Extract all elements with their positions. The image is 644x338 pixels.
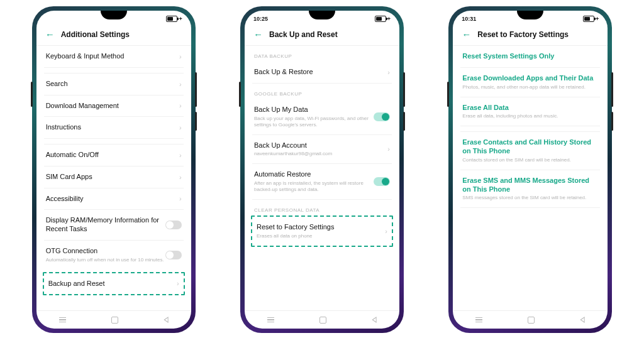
nav-back-icon[interactable]: [580, 317, 585, 323]
row-label: Instructions: [46, 123, 175, 132]
row-otg-connection[interactable]: OTG Connection Automatically turn off wh…: [44, 241, 184, 270]
nav-bar: [245, 310, 399, 329]
row-download-management[interactable]: Download Management ›: [44, 95, 184, 117]
row-label: Reset System Settings Only: [462, 52, 598, 61]
row-keyboard-input[interactable]: Keyboard & Input Method ›: [44, 46, 184, 68]
row-erase-all-data[interactable]: Erase All Data Erase all data, including…: [460, 97, 600, 127]
chevron-right-icon: ›: [385, 227, 387, 235]
row-reset-system-settings[interactable]: Reset System Settings Only: [460, 46, 600, 68]
section-google-backup: GOOGLE BACKUP: [254, 91, 390, 97]
row-accessibility[interactable]: Accessibility ›: [44, 188, 184, 210]
section-data-backup: DATA BACKUP: [254, 53, 390, 59]
row-label: Erase SMS and MMS Messages Stored on Thi…: [462, 177, 598, 194]
page-title: Back Up and Reset: [269, 30, 338, 39]
nav-recents-icon[interactable]: [267, 317, 274, 322]
row-label: Reset to Factory Settings: [257, 223, 381, 232]
phone-side-button: [195, 112, 197, 131]
nav-home-icon[interactable]: [528, 317, 535, 324]
row-erase-apps[interactable]: Erase Downloaded Apps and Their Data Pho…: [460, 68, 600, 97]
row-label: Display RAM/Memory Information for Recen…: [46, 216, 165, 234]
battery-icon: [583, 16, 594, 22]
toggle-ram[interactable]: [165, 221, 182, 229]
phone-additional-settings: + ← Additional Settings Keyboard & Input…: [32, 6, 196, 333]
chevron-right-icon: ›: [177, 280, 179, 287]
toggle-automatic-restore[interactable]: [374, 177, 390, 186]
row-sublabel: Back up your app data, Wi-Fi passwords, …: [254, 116, 374, 128]
nav-home-icon[interactable]: [319, 317, 326, 324]
phone-side-button: [611, 112, 613, 131]
row-sublabel: Erases all data on phone: [257, 233, 381, 239]
row-backup-restore[interactable]: Back Up & Restore ›: [252, 62, 392, 84]
row-label: Erase Downloaded Apps and Their Data: [462, 74, 598, 83]
phone-side-button: [611, 72, 613, 107]
highlight-reset-factory: Reset to Factory Settings Erases all dat…: [251, 215, 393, 247]
nav-recents-icon[interactable]: [475, 317, 482, 322]
battery-icon: [166, 16, 177, 22]
row-label: Automatic On/Off: [46, 151, 175, 160]
screen-header: ← Additional Settings: [36, 25, 191, 46]
row-reset-factory[interactable]: Reset to Factory Settings Erases all dat…: [255, 217, 389, 246]
row-label: Search: [46, 80, 175, 89]
phone-side-button: [239, 82, 241, 107]
screen-header: ← Back Up and Reset: [245, 25, 399, 46]
row-label: Back Up My Data: [254, 106, 374, 114]
battery-charging-icon: +: [179, 16, 182, 22]
row-backup-reset[interactable]: Backup and Reset ›: [47, 273, 181, 295]
row-sublabel: After an app is reinstalled, the system …: [254, 180, 374, 193]
chevron-right-icon: ›: [179, 102, 182, 109]
toggle-otg[interactable]: [165, 251, 182, 259]
phone-side-button: [403, 72, 405, 107]
nav-back-icon[interactable]: [164, 317, 168, 323]
phone-side-button: [195, 72, 197, 107]
chevron-right-icon: ›: [387, 145, 390, 153]
battery-icon: [375, 16, 386, 22]
row-label: Erase All Data: [462, 104, 598, 112]
row-sim-card-apps[interactable]: SIM Card Apps ›: [44, 166, 184, 188]
back-arrow-icon[interactable]: ←: [253, 30, 263, 39]
nav-home-icon[interactable]: [111, 317, 118, 324]
chevron-right-icon: ›: [179, 151, 182, 159]
row-sublabel: naveenkumarthakur98@gmail.com: [254, 151, 384, 157]
row-label: SIM Card Apps: [46, 173, 175, 182]
row-automatic-restore[interactable]: Automatic Restore After an app is reinst…: [252, 164, 392, 200]
nav-back-icon[interactable]: [372, 317, 376, 323]
row-instructions[interactable]: Instructions ›: [44, 117, 184, 139]
nav-recents-icon[interactable]: [59, 317, 66, 322]
phone-reset-factory-settings: 10:31 + ← Reset to Factory Settings Rese…: [448, 6, 612, 333]
row-erase-sms[interactable]: Erase SMS and MMS Messages Stored on Thi…: [460, 170, 600, 209]
nav-bar: [453, 310, 608, 329]
row-backup-account[interactable]: Back Up Account naveenkumarthakur98@gmai…: [252, 135, 392, 165]
row-label: Keyboard & Input Method: [46, 52, 175, 61]
battery-charging-icon: +: [387, 16, 391, 22]
row-sublabel: Contacts stored on the SIM card will be …: [462, 157, 598, 163]
row-backup-my-data[interactable]: Back Up My Data Back up your app data, W…: [252, 99, 392, 135]
toggle-backup-my-data[interactable]: [374, 112, 390, 121]
page-title: Additional Settings: [61, 30, 130, 39]
row-search[interactable]: Search ›: [44, 74, 184, 95]
nav-bar: [36, 310, 191, 329]
chevron-right-icon: ›: [179, 53, 182, 60]
chevron-right-icon: ›: [387, 68, 390, 76]
row-automatic-onoff[interactable]: Automatic On/Off ›: [44, 144, 184, 166]
row-sublabel: SMS messages stored on the SIM card will…: [462, 195, 598, 201]
phone-backup-and-reset: 10:25 + ← Back Up and Reset DATA BACKUP …: [240, 6, 404, 333]
back-arrow-icon[interactable]: ←: [462, 30, 471, 39]
row-erase-contacts[interactable]: Erase Contacts and Call History Stored o…: [460, 132, 600, 170]
phone-side-button: [403, 112, 405, 131]
highlight-backup-reset: Backup and Reset ›: [43, 272, 185, 296]
row-label: Download Management: [46, 102, 175, 111]
row-label: Back Up Account: [254, 141, 384, 150]
phone-side-button: [447, 82, 449, 107]
row-label: OTG Connection: [46, 247, 165, 256]
row-label: Back Up & Restore: [254, 68, 384, 77]
row-label: Erase Contacts and Call History Stored o…: [462, 138, 598, 156]
row-display-ram[interactable]: Display RAM/Memory Information for Recen…: [44, 210, 184, 241]
back-arrow-icon[interactable]: ←: [45, 30, 55, 39]
row-sublabel: Erase all data, including photos and mus…: [462, 113, 598, 119]
row-label: Accessibility: [46, 195, 175, 204]
chevron-right-icon: ›: [179, 124, 182, 131]
row-sublabel: Photos, music, and other non-app data wi…: [462, 84, 598, 90]
chevron-right-icon: ›: [179, 173, 182, 181]
status-time: 10:31: [462, 16, 476, 22]
row-label: Backup and Reset: [48, 280, 173, 288]
